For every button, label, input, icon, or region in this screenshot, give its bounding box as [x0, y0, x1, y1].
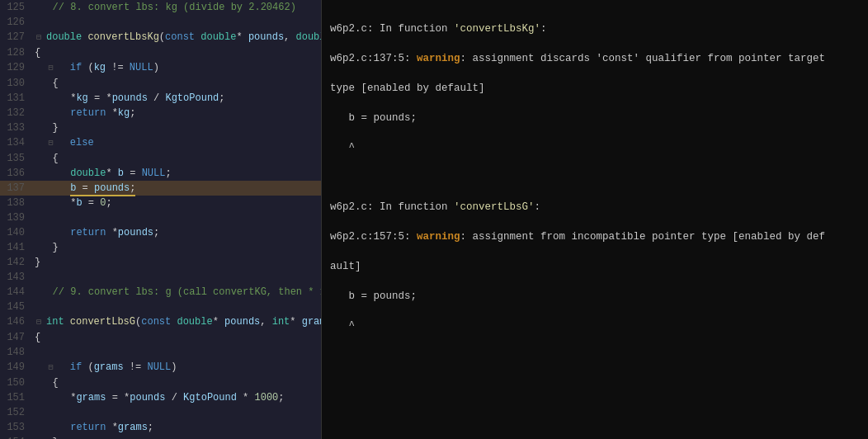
code-line-127: 127 ⊟double convertLbsKg(const double* p…: [0, 30, 321, 45]
code-line-153: 153 return *grams;: [0, 420, 321, 435]
terminal-line-10: b = pounds;: [330, 289, 860, 304]
line-num-145: 145: [0, 300, 31, 314]
line-content-128: {: [31, 45, 321, 60]
line-num-147: 147: [0, 330, 31, 345]
code-line-149: 149 ⊟ if (grams != NULL): [0, 360, 321, 375]
code-line-140: 140 return *pounds;: [0, 225, 321, 240]
code-line-143: 143: [0, 270, 321, 285]
line-content-125: // 8. convert lbs: kg (divide by 2.20462…: [31, 0, 321, 15]
terminal-line-9: ault]: [330, 259, 860, 274]
code-line-135: 135 {: [0, 151, 321, 166]
code-line-144: 144 // 9. convert lbs: g (call convertKG…: [0, 285, 321, 300]
line-num-127: 127: [0, 30, 31, 45]
code-line-145: 145: [0, 300, 321, 314]
code-line-134: 134 ⊟ else: [0, 135, 321, 151]
code-lines: 125 // 8. convert lbs: kg (divide by 2.2…: [0, 0, 321, 439]
terminal-line-6: [330, 170, 860, 185]
line-content-150: {: [31, 375, 321, 390]
line-num-128: 128: [0, 45, 31, 60]
line-content-130: {: [31, 76, 321, 91]
code-line-154: 154 }: [0, 435, 321, 439]
code-line-138: 138 *b = 0;: [0, 196, 321, 210]
terminal-line-4: b = pounds;: [330, 111, 860, 125]
line-content-148: [31, 345, 321, 360]
line-content-131: *kg = *pounds / KgtoPound;: [31, 91, 321, 106]
line-num-151: 151: [0, 390, 31, 405]
line-content-142: }: [31, 255, 321, 270]
code-line-132: 132 return *kg;: [0, 106, 321, 120]
terminal-line-2: w6p2.c:137:5: warning: assignment discar…: [330, 51, 860, 66]
line-num-126: 126: [0, 15, 31, 30]
line-content-139: [31, 210, 321, 225]
line-content-126: [31, 15, 321, 30]
code-line-148: 148: [0, 345, 321, 360]
code-line-126: 126: [0, 15, 321, 30]
code-line-130: 130 {: [0, 76, 321, 91]
line-num-138: 138: [0, 196, 31, 210]
line-content-133: }: [31, 120, 321, 135]
code-line-137: 137 b = pounds;: [0, 181, 321, 196]
code-line-131: 131 *kg = *pounds / KgtoPound;: [0, 91, 321, 106]
line-num-135: 135: [0, 151, 31, 166]
line-num-133: 133: [0, 120, 31, 135]
terminal-line-1: w6p2.c: In function 'convertLbsKg':: [330, 21, 860, 36]
line-content-129: ⊟ if (kg != NULL): [31, 60, 321, 76]
line-num-136: 136: [0, 166, 31, 181]
line-content-137: b = pounds;: [31, 181, 321, 196]
line-content-153: return *grams;: [31, 420, 321, 435]
line-content-152: [31, 405, 321, 420]
line-num-134: 134: [0, 135, 31, 151]
terminal-line-5: ^: [330, 140, 860, 155]
line-content-146: ⊟int convertLbsG(const double* pounds, i…: [31, 314, 322, 330]
code-line-151: 151 *grams = *pounds / KgtoPound * 1000;: [0, 390, 321, 405]
line-num-131: 131: [0, 91, 31, 106]
line-content-132: return *kg;: [31, 106, 321, 120]
line-num-150: 150: [0, 375, 31, 390]
line-content-151: *grams = *pounds / KgtoPound * 1000;: [31, 390, 321, 405]
line-num-140: 140: [0, 225, 31, 240]
line-content-127: ⊟double convertLbsKg(const double* pound…: [31, 30, 322, 45]
line-num-143: 143: [0, 270, 31, 285]
line-content-149: ⊟ if (grams != NULL): [31, 360, 321, 375]
line-content-154: }: [31, 435, 321, 439]
line-num-149: 149: [0, 360, 31, 375]
code-line-147: 147 {: [0, 330, 321, 345]
code-line-146: 146 ⊟int convertLbsG(const double* pound…: [0, 314, 321, 330]
line-content-144: // 9. convert lbs: g (call convertKG, th…: [31, 285, 322, 300]
line-num-139: 139: [0, 210, 31, 225]
terminal-line-7: w6p2.c: In function 'convertLbsG':: [330, 200, 860, 215]
code-line-152: 152: [0, 405, 321, 420]
code-line-142: 142 }: [0, 255, 321, 270]
code-editor: 125 // 8. convert lbs: kg (divide by 2.2…: [0, 0, 322, 439]
line-num-125: 125: [0, 0, 31, 15]
code-line-141: 141 }: [0, 240, 321, 255]
line-num-146: 146: [0, 314, 31, 330]
code-line-133: 133 }: [0, 120, 321, 135]
line-content-136: double* b = NULL;: [31, 166, 321, 181]
code-line-129: 129 ⊟ if (kg != NULL): [0, 60, 321, 76]
code-line-125: 125 // 8. convert lbs: kg (divide by 2.2…: [0, 0, 321, 15]
line-content-145: [31, 300, 321, 314]
line-num-130: 130: [0, 76, 31, 91]
code-line-139: 139: [0, 210, 321, 225]
line-content-140: return *pounds;: [31, 225, 321, 240]
line-content-143: [31, 270, 321, 285]
line-num-129: 129: [0, 60, 31, 76]
line-content-135: {: [31, 151, 321, 166]
code-line-128: 128 {: [0, 45, 321, 60]
line-content-138: *b = 0;: [31, 196, 321, 210]
line-num-141: 141: [0, 240, 31, 255]
line-num-153: 153: [0, 420, 31, 435]
line-content-141: }: [31, 240, 321, 255]
line-num-142: 142: [0, 255, 31, 270]
line-num-144: 144: [0, 285, 31, 300]
terminal-panel: w6p2.c: In function 'convertLbsKg': w6p2…: [322, 0, 868, 439]
code-line-150: 150 {: [0, 375, 321, 390]
line-num-152: 152: [0, 405, 31, 420]
terminal-line-3: type [enabled by default]: [330, 81, 860, 96]
terminal-line-8: w6p2.c:157:5: warning: assignment from i…: [330, 229, 860, 244]
line-num-137: 137: [0, 181, 31, 196]
code-line-136: 136 double* b = NULL;: [0, 166, 321, 181]
line-content-147: {: [31, 330, 321, 345]
line-num-148: 148: [0, 345, 31, 360]
